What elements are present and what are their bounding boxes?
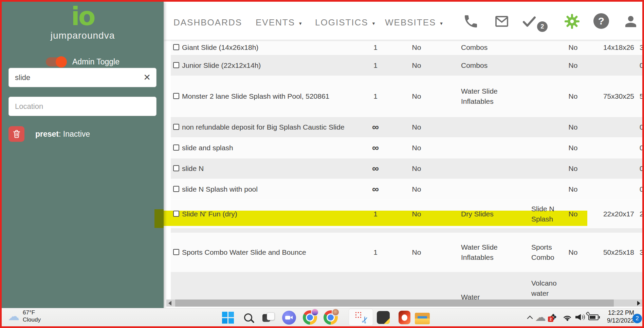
item-name: slide N: [182, 158, 379, 179]
task-view-button[interactable]: [261, 310, 276, 325]
admin-toggle[interactable]: [46, 57, 65, 66]
brand-name: jumparoundva: [2, 30, 164, 41]
chrome-profile1-button[interactable]: [303, 310, 317, 325]
teams-chat-button[interactable]: [282, 310, 296, 325]
folder-icon: [415, 313, 429, 324]
row-checkbox[interactable]: [173, 144, 179, 151]
table-row[interactable]: non refundable deposit for Big Splash Ca…: [171, 117, 642, 137]
top-navbar: DASHBOARDS EVENTS▾ LOGISTICS▾ WEBSITES▾ …: [164, 2, 642, 40]
item-name: slide N Splash with pool: [182, 179, 379, 199]
item-name: Slide N' Fun (dry): [182, 200, 379, 228]
trash-icon: [13, 130, 21, 138]
table-row[interactable]: Monster 2 lane Slide Splash with Pool, 5…: [171, 76, 642, 117]
nav-events[interactable]: EVENTS▾: [256, 17, 302, 28]
caret-down-icon: ▾: [299, 19, 302, 26]
chat-icon: [282, 311, 296, 325]
row-checkbox[interactable]: [173, 211, 179, 217]
admin-toggle-label: Admin Toggle: [72, 57, 119, 66]
volume-tray-icon[interactable]: [575, 308, 586, 326]
search-input[interactable]: [8, 68, 157, 87]
caret-down-icon: ▾: [372, 19, 376, 26]
table-row-partial[interactable]: Volcano water Water: [171, 272, 642, 300]
office-icon: [399, 311, 410, 324]
caret-down-icon: ▾: [440, 19, 443, 26]
start-button[interactable]: [221, 310, 235, 325]
sidebar: io jumparoundva Admin Toggle ✕ pres: [2, 2, 164, 308]
row-checkbox[interactable]: [173, 44, 179, 50]
windows-taskbar: ☁ 67°F Cloudy: [2, 308, 642, 326]
profile-avatar: [332, 308, 339, 316]
item-name: Sports Combo Water Slide and Bounce: [182, 233, 379, 272]
settings-gear-icon[interactable]: [564, 13, 580, 30]
scroll-right-arrow[interactable]: [637, 301, 640, 306]
horizontal-scrollbar[interactable]: [166, 300, 642, 307]
snipping-tool-icon: ✂: [354, 311, 367, 324]
cloud-sync-tray-icon[interactable]: ☁: [535, 308, 546, 326]
tasks-check-icon[interactable]: [521, 13, 537, 30]
scrollbar-thumb[interactable]: [175, 300, 614, 307]
table-row[interactable]: slide and splash ∞ No No 0: [171, 138, 642, 158]
row-checkbox[interactable]: [173, 186, 179, 192]
snipping-tool-button-active[interactable]: ✂: [349, 309, 373, 326]
notebook-app-button[interactable]: [376, 310, 390, 325]
row-checkbox[interactable]: [173, 93, 179, 99]
notification-count-badge[interactable]: 2: [632, 314, 642, 323]
dropbox-tray-icon[interactable]: ❖ 2: [549, 308, 557, 326]
profile-avatar: [311, 308, 319, 316]
notebook-icon: [377, 311, 390, 324]
nav-websites[interactable]: WEBSITES▾: [385, 17, 443, 28]
table-row[interactable]: Sports Combo Water Slide and Bounce 1 No…: [171, 233, 642, 272]
highlight-overlay-edge: [154, 209, 164, 228]
admin-toggle-knob[interactable]: [56, 56, 67, 67]
clear-search-icon[interactable]: ✕: [143, 73, 151, 82]
table-row[interactable]: slide N Splash with pool ∞ No No 0: [171, 179, 642, 199]
item-name: non refundable deposit for Big Splash Ca…: [182, 117, 379, 137]
taskbar-search-button[interactable]: [241, 310, 255, 325]
windows-logo-icon: [222, 312, 234, 324]
help-icon[interactable]: ?: [593, 13, 610, 30]
clock[interactable]: 12:22 PM 9/12/2022: [600, 309, 634, 325]
weather-condition: Cloudy: [23, 316, 41, 323]
row-checkbox[interactable]: [173, 249, 179, 255]
phone-icon[interactable]: [463, 13, 479, 30]
search-icon: [244, 313, 252, 322]
battery-tray-icon[interactable]: [588, 308, 599, 326]
weather-widget[interactable]: ☁ 67°F Cloudy: [8, 309, 41, 323]
item-name: Junior Slide (22x12x14h): [182, 55, 379, 76]
item-name: Monster 2 lane Slide Splash with Pool, 5…: [182, 76, 379, 117]
user-profile-icon[interactable]: [623, 13, 639, 30]
delete-preset-button[interactable]: [8, 126, 24, 142]
weather-cloud-icon: ☁: [8, 309, 19, 323]
tray-chevron-up-icon[interactable]: [528, 315, 533, 320]
row-checkbox[interactable]: [173, 62, 179, 68]
chrome-icon: [324, 310, 338, 325]
location-input[interactable]: [8, 97, 157, 116]
row-checkbox[interactable]: [173, 165, 179, 171]
screenshot-border: [0, 0, 644, 2]
table-row[interactable]: Junior Slide (22x12x14h) 1 No Combos No …: [171, 55, 642, 76]
item-name: Giant Slide (14x26x18h): [182, 40, 379, 55]
screen: io jumparoundva Admin Toggle ✕ pres: [0, 0, 644, 328]
tasks-count-badge: 2: [537, 21, 548, 32]
screenshot-border: [0, 326, 644, 328]
table-row[interactable]: Giant Slide (14x26x18h) 1 No Combos No 1…: [171, 40, 642, 55]
wifi-tray-icon[interactable]: [562, 308, 573, 326]
app-logo: io: [2, 4, 164, 29]
scroll-left-arrow[interactable]: [168, 301, 171, 306]
screenshot-border: [0, 0, 2, 328]
preset-status: preset: Inactive: [35, 130, 90, 139]
nav-logistics[interactable]: LOGISTICS▾: [315, 17, 375, 28]
mail-icon[interactable]: [494, 13, 510, 30]
item-name: slide and splash: [182, 138, 379, 158]
row-divider: [171, 228, 642, 233]
tray-date: 9/12/2022: [600, 317, 634, 325]
nav-dashboards[interactable]: DASHBOARDS: [173, 17, 242, 28]
office-button[interactable]: [397, 310, 411, 325]
row-checkbox[interactable]: [173, 124, 179, 130]
chrome-icon: [303, 310, 317, 325]
weather-temp: 67°F: [23, 309, 41, 316]
file-explorer-button[interactable]: [415, 311, 429, 326]
chrome-profile2-button[interactable]: [324, 310, 338, 325]
table-row-highlighted[interactable]: Slide N' Fun (dry) 1 No Dry Slides Slide…: [171, 200, 642, 228]
table-row[interactable]: slide N ∞ No No 0: [171, 158, 642, 179]
